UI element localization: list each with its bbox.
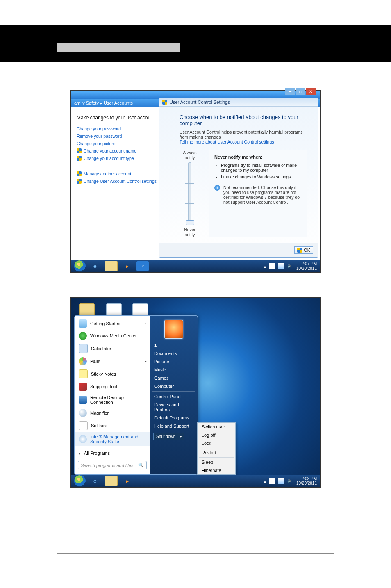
link-change-account-name[interactable]: Change your account name [77, 148, 159, 153]
taskbar-wmp-icon[interactable]: ▸ [121, 476, 133, 486]
start-item-getting-started[interactable]: Getting Started▸ [75, 317, 150, 330]
link-change-password[interactable]: Change your password [77, 126, 159, 131]
window-controls: ━ ◻ ✕ [285, 88, 316, 95]
start-item-intel[interactable]: Intel® Management and Security Status [75, 432, 150, 446]
taskbar-app-icon[interactable]: ⎚ [136, 261, 149, 271]
link-manage-another-account[interactable]: Manage another account [77, 171, 159, 176]
start-default-programs[interactable]: Default Programs [150, 414, 198, 422]
link-change-uac-settings[interactable]: Change User Account Control settings [77, 179, 159, 184]
header-black-band [0, 25, 391, 62]
link-remove-password[interactable]: Remove your password [77, 134, 159, 139]
taskbar-explorer-icon[interactable] [105, 476, 118, 486]
user-avatar[interactable] [164, 320, 183, 339]
shield-icon [162, 100, 167, 105]
start-orb[interactable] [74, 260, 86, 272]
start-item-snipping-tool[interactable]: Snipping Tool [75, 381, 150, 393]
start-documents[interactable]: Documents [150, 349, 198, 358]
taskbar-explorer-icon[interactable] [105, 261, 118, 271]
menu-hibernate[interactable]: Hibernate [198, 466, 235, 474]
menu-switch-user[interactable]: Switch user [198, 423, 235, 431]
menu-lock[interactable]: Lock [198, 439, 235, 447]
search-icon: 🔍 [138, 463, 144, 468]
user-accounts-pane: Make changes to your user accou Change y… [71, 107, 161, 260]
power-submenu: Switch user Log off Lock Restart Sleep H… [197, 422, 236, 475]
shield-icon [77, 156, 82, 161]
uac-body: Make changes to your user accou Change y… [71, 107, 320, 260]
separator [199, 457, 234, 458]
start-item-solitaire[interactable]: Solitaire [75, 419, 150, 432]
uac-footer: OK [159, 243, 318, 257]
shutdown-button[interactable]: Shut down [153, 433, 178, 440]
tray-volume-icon[interactable]: 🔈 [287, 263, 293, 269]
uac-slider-track[interactable] [188, 162, 191, 225]
search-placeholder: Search programs and files [81, 463, 133, 468]
slider-label-top: Always notify [180, 150, 200, 160]
link-change-picture[interactable]: Change your picture [77, 141, 159, 146]
close-button[interactable]: ✕ [306, 88, 316, 95]
window-title: User Account Control Settings [170, 100, 230, 105]
taskbar[interactable]: e ▸ ⎚ ▴ 🔈 2:07 PM 10/20/2011 [71, 260, 320, 272]
separator [152, 391, 195, 392]
footer-rule [57, 553, 334, 554]
start-pictures[interactable]: Pictures [150, 358, 198, 366]
menu-log-off[interactable]: Log off [198, 431, 235, 439]
tray-arrow-icon[interactable]: ▴ [264, 264, 266, 269]
shutdown-split-button[interactable]: Shut down ▸ [153, 433, 194, 440]
tray-flag-icon[interactable] [269, 478, 275, 484]
ok-button[interactable]: OK [294, 246, 313, 254]
program-icon [79, 332, 87, 340]
start-item-wmc[interactable]: Windows Media Center [75, 330, 150, 342]
all-programs[interactable]: ▸All Programs [75, 448, 150, 458]
uac-slider-thumb[interactable] [186, 220, 194, 225]
start-control-panel[interactable]: Control Panel [150, 392, 198, 401]
uac-help-link[interactable]: Tell me more about User Account Control … [180, 139, 274, 144]
start-music[interactable]: Music [150, 366, 198, 374]
tray-flag-icon[interactable] [269, 263, 275, 269]
program-icon [79, 396, 87, 404]
desktop[interactable]: 1 serial patch install 2 patch install s… [71, 298, 320, 487]
screenshot-startmenu: 1 serial patch install 2 patch install s… [70, 297, 321, 488]
uac-heading: Choose when to be notified about changes… [180, 114, 307, 126]
tray-network-icon[interactable] [278, 263, 284, 269]
start-user-name[interactable]: 1 [150, 341, 198, 349]
start-item-magnifier[interactable]: Magnifier [75, 407, 150, 419]
separator [77, 459, 148, 459]
start-help-support[interactable]: Help and Support [150, 422, 198, 430]
shield-icon [77, 179, 82, 184]
minimize-button[interactable]: ━ [285, 88, 295, 95]
submenu-arrow-icon: ▸ [145, 359, 147, 363]
separator [199, 448, 234, 448]
start-games[interactable]: Games [150, 374, 198, 382]
tray-arrow-icon[interactable]: ▴ [264, 479, 266, 483]
taskbar-clock[interactable]: 2:07 PM 10/20/2011 [296, 262, 317, 271]
start-computer[interactable]: Computer [150, 382, 198, 390]
start-item-paint[interactable]: Paint▸ [75, 355, 150, 367]
maximize-button[interactable]: ◻ [296, 88, 305, 95]
start-orb[interactable] [74, 475, 86, 487]
program-icon [79, 357, 87, 365]
link-change-account-type[interactable]: Change your account type [77, 156, 159, 161]
program-icon [79, 421, 88, 430]
taskbar[interactable]: e ▸ ▴ 🔈 2:08 PM 10/20/2011 [71, 475, 320, 487]
header-underline [190, 53, 321, 53]
taskbar-wmp-icon[interactable]: ▸ [121, 261, 133, 271]
uac-subtext: User Account Control helps prevent poten… [180, 130, 307, 139]
window-titlebar[interactable]: User Account Control Settings [159, 98, 318, 107]
taskbar-ie-icon[interactable]: e [89, 261, 101, 271]
tray-network-icon[interactable] [278, 478, 284, 484]
separator [77, 447, 148, 447]
start-item-calculator[interactable]: Calculator [75, 342, 150, 355]
start-item-sticky-notes[interactable]: Sticky Notes [75, 367, 150, 381]
menu-sleep[interactable]: Sleep [198, 458, 235, 466]
tray-volume-icon[interactable]: 🔈 [287, 478, 293, 484]
start-search-box[interactable]: Search programs and files 🔍 [78, 461, 147, 469]
start-devices-printers[interactable]: Devices and Printers [150, 401, 198, 414]
taskbar-ie-icon[interactable]: e [89, 476, 101, 486]
taskbar-clock[interactable]: 2:08 PM 10/20/2011 [296, 476, 317, 485]
shield-icon [77, 171, 82, 176]
start-item-rdc[interactable]: Remote Desktop Connection [75, 393, 150, 407]
shutdown-arrow[interactable]: ▸ [178, 433, 184, 440]
menu-restart[interactable]: Restart [198, 449, 235, 457]
start-menu-programs: Getting Started▸ Windows Media Center Ca… [75, 316, 150, 474]
program-icon [79, 344, 88, 353]
